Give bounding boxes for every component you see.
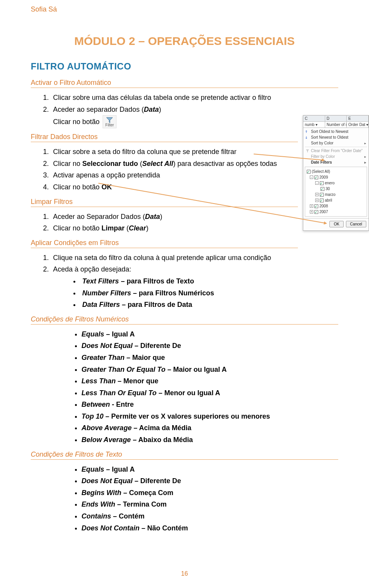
activar-step-2-em: Data: [144, 106, 159, 113]
num-9b: Below Average: [81, 436, 131, 444]
expand-icon[interactable]: +: [310, 204, 313, 208]
activar-steps: Clicar sobre uma das células da tabela o…: [51, 92, 338, 128]
checkbox-icon[interactable]: [314, 210, 318, 214]
activar-step-2-pre: Aceder ao separador Dados (: [53, 106, 144, 113]
txt-0t: – Igual A: [104, 465, 135, 473]
author-name: Sofia Sá: [31, 5, 338, 13]
expand-icon[interactable]: +: [310, 210, 313, 214]
chevron-right-icon: ▸: [364, 161, 366, 164]
opt-data-b: Data Filters: [82, 301, 120, 308]
funnel-clear-icon: [306, 149, 309, 153]
aplicar-step-1: Clique na seta do filtro da coluna à qua…: [53, 254, 271, 262]
cancel-button[interactable]: Cancel: [346, 221, 366, 227]
collapse-icon[interactable]: -: [310, 176, 313, 179]
aplicar-steps: Clique na seta do filtro da coluna à qua…: [51, 252, 338, 311]
directos-step-2-pre: Clicar no: [53, 160, 82, 167]
chevron-right-icon: ▸: [364, 155, 366, 159]
txt-3t: – Termina Com: [115, 500, 167, 508]
col-e: E: [347, 116, 369, 121]
hdr-0[interactable]: numb ▾: [303, 122, 325, 128]
num-5b: Less Than Or Equal To: [81, 389, 156, 397]
activar-step-1: Clicar sobre uma das células da tabela o…: [53, 94, 271, 101]
sort-color-label: Sort by Color: [311, 141, 333, 145]
sort-newest-label: Sort Newest to Oldest: [311, 135, 348, 139]
directos-step-2-mid: (: [138, 160, 142, 167]
directos-steps: Clicar sobre a seta do filtro da coluna …: [51, 146, 316, 193]
hdr-2[interactable]: Order Dat ▾: [347, 122, 369, 128]
tree-enero: enero: [325, 180, 335, 186]
clear-filter-item: Clear Filter From "Order Date": [303, 148, 369, 154]
date-filters-item[interactable]: Date Filters ▸: [303, 159, 369, 165]
checkbox-icon[interactable]: [307, 170, 311, 174]
txt-2b: Begins With: [81, 489, 121, 497]
txt-items: Equals – Igual A Does Not Equal – Difere…: [81, 464, 338, 534]
checkbox-icon[interactable]: [314, 204, 318, 208]
limpar-step-1-post: ): [160, 213, 162, 220]
popup-column-headers: numb ▾ Number of ite ▾ Order Dat ▾: [303, 122, 369, 128]
opt-data-t: – para Filtros de Data: [120, 301, 192, 308]
num-6t: Entre: [114, 401, 134, 408]
limpar-step-2-em: Clear: [129, 224, 146, 232]
hdr-1[interactable]: Number of ite ▾: [325, 122, 347, 128]
limpar-steps: Aceder ao Separador Dados (Data) Clicar …: [51, 211, 338, 234]
page-heading: FILTRO AUTOMÁTICO: [31, 61, 338, 72]
num-7b: Top 10: [81, 412, 103, 420]
num-2b: Greater Than: [81, 354, 125, 361]
num-6b: Between -: [81, 401, 114, 408]
sort-oldest-item[interactable]: Sort Oldest to Newest: [303, 129, 369, 134]
col-d: D: [325, 116, 347, 121]
sort-newest-item[interactable]: Sort Newest to Oldest: [303, 134, 369, 140]
opt-text-b: Text Filters: [82, 277, 119, 285]
num-7t: – Permite ver os X valores superiores ou…: [103, 412, 270, 420]
txt-4t: – Contém: [111, 512, 145, 520]
page-number: 16: [0, 570, 369, 577]
col-c: C: [303, 116, 325, 121]
txt-5t: – Não Contém: [140, 524, 188, 532]
select-all-label: (Select All): [312, 169, 330, 174]
checkbox-icon[interactable]: [320, 181, 324, 185]
checkbox-icon[interactable]: [320, 199, 324, 202]
sort-oldest-label: Sort Oldest to Newest: [311, 129, 348, 134]
tree-marzo: marzo: [325, 192, 336, 197]
expand-icon[interactable]: +: [315, 193, 319, 196]
section-activar-title: Activar o Filtro Automático: [31, 79, 338, 88]
num-0b: Equals: [81, 330, 104, 338]
opt-num-b: Number Filters: [82, 289, 131, 297]
num-4b: Less Than: [81, 377, 116, 385]
expand-icon[interactable]: +: [315, 199, 319, 202]
chevron-right-icon: ▸: [364, 141, 366, 145]
directos-step-4-pre: Clicar no botão: [53, 183, 101, 191]
num-1t: – Diferente De: [133, 342, 181, 349]
filter-icon-label: Filter: [105, 123, 114, 127]
checkbox-icon[interactable]: [320, 193, 324, 197]
limpar-step-2-mid: (: [125, 224, 129, 232]
num-5t: – Menor ou Igual A: [156, 389, 220, 397]
tree-2009: 2009: [319, 174, 328, 180]
module-title: MÓDULO 2 – OPERAÇÕES ESSENCIAIS: [31, 35, 338, 48]
sort-desc-icon: [306, 136, 309, 139]
txt-4b: Contains: [81, 512, 111, 520]
txt-2t: – Começa Com: [121, 489, 173, 497]
txt-3b: Ends With: [81, 500, 115, 508]
checkbox-icon[interactable]: [321, 187, 324, 191]
limpar-step-2-b: Limpar: [101, 224, 125, 232]
checkbox-icon[interactable]: [314, 176, 318, 179]
limpar-step-1-em: Data: [145, 213, 160, 220]
filter-color-label: Filter by Color: [311, 154, 335, 159]
num-3b: Greater Than Or Equal To: [81, 366, 165, 373]
filter-tree[interactable]: (Select All) -2009 -enero 30 +marzo +abr…: [305, 167, 367, 217]
num-8t: – Acima da Média: [131, 424, 191, 432]
sort-color-item[interactable]: Sort by Color ▸: [303, 140, 369, 146]
collapse-icon[interactable]: -: [315, 181, 319, 185]
tree-2007: 2007: [319, 209, 328, 215]
popup-column-letters: C D E: [303, 116, 369, 122]
num-4t: – Menor que: [116, 377, 158, 385]
activar-step-3: Clicar no botão: [53, 116, 100, 128]
opt-num-t: – para Filtros Numéricos: [131, 289, 214, 297]
tree-abril: abril: [325, 197, 332, 203]
txt-0b: Equals: [81, 465, 104, 473]
clear-filter-label: Clear Filter From "Order Date": [311, 149, 362, 153]
ok-button[interactable]: OK: [329, 221, 343, 227]
section-num-title: Condições de Filtros Numéricos: [31, 315, 338, 325]
num-8b: Above Average: [81, 424, 131, 432]
